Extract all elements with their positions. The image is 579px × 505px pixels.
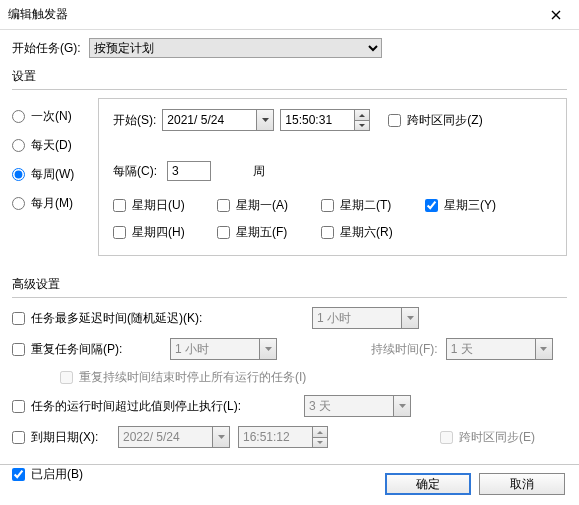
chevron-down-icon: [262, 118, 269, 122]
delay-combo[interactable]: [312, 307, 419, 329]
day-wed[interactable]: 星期三(Y): [425, 197, 515, 214]
recur-label: 每隔(C):: [113, 163, 157, 180]
date-dropdown-button[interactable]: [257, 109, 274, 131]
time-spin-up[interactable]: [355, 109, 370, 120]
expire-checkbox[interactable]: [12, 431, 25, 444]
stop-if-label: 任务的运行时间超过此值则停止执行(L):: [31, 398, 241, 415]
chevron-down-icon: [407, 316, 414, 320]
chevron-down-icon: [265, 347, 272, 351]
duration-label: 持续时间(F):: [371, 341, 438, 358]
delay-checkbox[interactable]: [12, 312, 25, 325]
expire-time-spin-down[interactable]: [313, 437, 328, 448]
day-thu[interactable]: 星期四(H): [113, 224, 203, 241]
recur-value-input[interactable]: [167, 161, 211, 181]
begin-task-label: 开始任务(G):: [12, 40, 81, 57]
weekday-grid: 星期日(U) 星期一(A) 星期二(T) 星期三(Y) 星期四(H) 星期五(F…: [113, 197, 556, 241]
advanced-header: 高级设置: [12, 276, 567, 293]
day-sun[interactable]: 星期日(U): [113, 197, 203, 214]
expire-time-spin-up[interactable]: [313, 426, 328, 437]
close-button[interactable]: [533, 0, 579, 30]
expire-label: 到期日期(X):: [31, 429, 98, 446]
stop-if-checkbox[interactable]: [12, 400, 25, 413]
tz-sync-checkbox[interactable]: 跨时区同步(Z): [388, 112, 482, 129]
repeat-combo[interactable]: [170, 338, 277, 360]
radio-daily[interactable]: 每天(D): [12, 137, 98, 154]
expire-date-dropdown[interactable]: [213, 426, 230, 448]
start-label: 开始(S):: [113, 112, 156, 129]
repeat-label: 重复任务间隔(P):: [31, 341, 122, 358]
radio-monthly[interactable]: 每月(M): [12, 195, 98, 212]
start-date-input[interactable]: [162, 109, 257, 131]
day-mon[interactable]: 星期一(A): [217, 197, 307, 214]
stop-at-end-checkbox: 重复持续时间结束时停止所有运行的任务(I): [60, 369, 306, 386]
chevron-up-icon: [317, 431, 323, 434]
settings-header: 设置: [12, 68, 567, 85]
day-sat[interactable]: 星期六(R): [321, 224, 411, 241]
begin-task-select[interactable]: 按预定计划: [89, 38, 382, 58]
chevron-down-icon: [218, 435, 225, 439]
expire-tz-checkbox: 跨时区同步(E): [440, 429, 535, 446]
radio-weekly[interactable]: 每周(W): [12, 166, 98, 183]
recur-unit: 周: [253, 163, 265, 180]
start-time-input[interactable]: [280, 109, 355, 131]
day-fri[interactable]: 星期五(F): [217, 224, 307, 241]
expire-time-input[interactable]: [238, 426, 313, 448]
time-spin-down[interactable]: [355, 120, 370, 131]
ok-button[interactable]: 确定: [385, 473, 471, 495]
stop-if-combo[interactable]: [304, 395, 411, 417]
expire-date-input[interactable]: [118, 426, 213, 448]
duration-combo[interactable]: [446, 338, 553, 360]
delay-label: 任务最多延迟时间(随机延迟)(K):: [31, 310, 202, 327]
enabled-checkbox[interactable]: 已启用(B): [12, 466, 83, 483]
chevron-down-icon: [540, 347, 547, 351]
cancel-button[interactable]: 取消: [479, 473, 565, 495]
radio-once[interactable]: 一次(N): [12, 108, 98, 125]
schedule-radios: 一次(N) 每天(D) 每周(W) 每月(M): [12, 98, 98, 256]
chevron-down-icon: [399, 404, 406, 408]
close-icon: [551, 10, 561, 20]
day-tue[interactable]: 星期二(T): [321, 197, 411, 214]
chevron-down-icon: [317, 441, 323, 444]
window-title: 编辑触发器: [8, 6, 68, 23]
chevron-down-icon: [359, 124, 365, 127]
chevron-up-icon: [359, 114, 365, 117]
repeat-checkbox[interactable]: [12, 343, 25, 356]
